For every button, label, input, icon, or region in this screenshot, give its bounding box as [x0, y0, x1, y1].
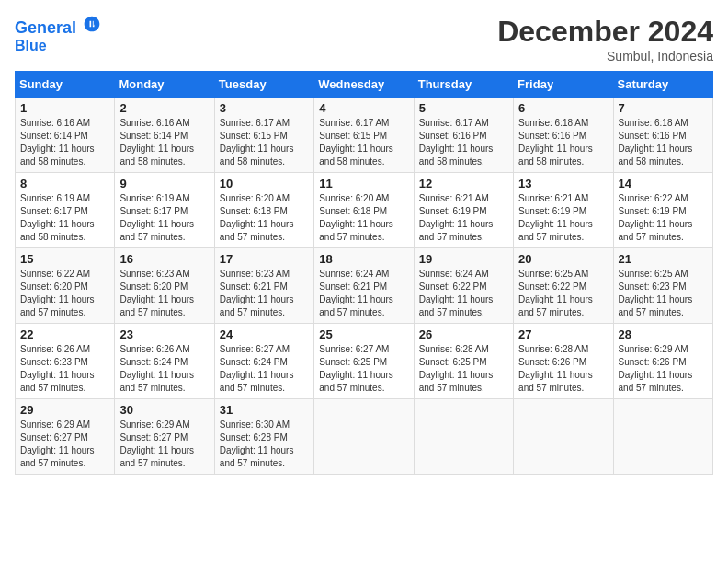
day-number: 2	[119, 101, 209, 115]
header-sunday: Sunday	[16, 72, 115, 98]
day-number: 19	[419, 252, 508, 266]
calendar-empty-cell	[314, 399, 414, 475]
calendar-day-3: 3Sunrise: 6:17 AMSunset: 6:15 PMDaylight…	[214, 98, 313, 173]
calendar-day-4: 4Sunrise: 6:17 AMSunset: 6:15 PMDaylight…	[314, 98, 414, 173]
day-number: 1	[20, 101, 109, 115]
calendar-day-9: 9Sunrise: 6:19 AMSunset: 6:17 PMDaylight…	[115, 173, 214, 248]
calendar-empty-cell	[514, 399, 613, 475]
day-info: Sunrise: 6:28 AMSunset: 6:26 PMDaylight:…	[518, 343, 608, 395]
header-thursday: Thursday	[414, 72, 513, 98]
day-number: 22	[20, 327, 109, 341]
day-number: 20	[518, 252, 608, 266]
day-info: Sunrise: 6:21 AMSunset: 6:19 PMDaylight:…	[518, 192, 608, 244]
day-info: Sunrise: 6:29 AMSunset: 6:27 PMDaylight:…	[20, 419, 109, 470]
calendar-day-18: 18Sunrise: 6:24 AMSunset: 6:21 PMDayligh…	[314, 248, 414, 324]
calendar-week-row: 1Sunrise: 6:16 AMSunset: 6:14 PMDaylight…	[16, 98, 713, 173]
day-number: 5	[419, 101, 508, 115]
calendar-day-6: 6Sunrise: 6:18 AMSunset: 6:16 PMDaylight…	[514, 98, 613, 173]
day-number: 3	[220, 101, 309, 115]
title-area: December 2024 Sumbul, Indonesia	[497, 15, 713, 63]
calendar-day-19: 19Sunrise: 6:24 AMSunset: 6:22 PMDayligh…	[414, 248, 513, 324]
calendar-day-17: 17Sunrise: 6:23 AMSunset: 6:21 PMDayligh…	[214, 248, 313, 324]
calendar-day-14: 14Sunrise: 6:22 AMSunset: 6:19 PMDayligh…	[613, 173, 712, 248]
day-number: 13	[518, 177, 608, 190]
calendar-day-10: 10Sunrise: 6:20 AMSunset: 6:18 PMDayligh…	[214, 173, 313, 248]
day-info: Sunrise: 6:18 AMSunset: 6:16 PMDaylight:…	[518, 117, 608, 168]
day-info: Sunrise: 6:16 AMSunset: 6:14 PMDaylight:…	[20, 117, 109, 168]
calendar-day-7: 7Sunrise: 6:18 AMSunset: 6:16 PMDaylight…	[613, 98, 712, 173]
header-wednesday: Wednesday	[314, 72, 414, 98]
day-info: Sunrise: 6:28 AMSunset: 6:25 PMDaylight:…	[419, 343, 508, 395]
day-info: Sunrise: 6:25 AMSunset: 6:22 PMDaylight:…	[518, 268, 608, 319]
day-info: Sunrise: 6:16 AMSunset: 6:14 PMDaylight:…	[119, 117, 209, 168]
header-tuesday: Tuesday	[214, 72, 313, 98]
calendar-day-26: 26Sunrise: 6:28 AMSunset: 6:25 PMDayligh…	[414, 324, 513, 399]
day-info: Sunrise: 6:27 AMSunset: 6:25 PMDaylight:…	[319, 343, 408, 395]
calendar-day-31: 31Sunrise: 6:30 AMSunset: 6:28 PMDayligh…	[214, 399, 313, 475]
day-info: Sunrise: 6:19 AMSunset: 6:17 PMDaylight:…	[20, 192, 109, 244]
calendar-week-row: 8Sunrise: 6:19 AMSunset: 6:17 PMDaylight…	[16, 173, 713, 248]
day-info: Sunrise: 6:26 AMSunset: 6:23 PMDaylight:…	[20, 343, 109, 395]
logo-text: General	[15, 15, 101, 38]
day-number: 21	[619, 252, 708, 266]
day-number: 25	[319, 327, 408, 341]
calendar-day-21: 21Sunrise: 6:25 AMSunset: 6:23 PMDayligh…	[613, 248, 712, 324]
calendar-day-11: 11Sunrise: 6:20 AMSunset: 6:18 PMDayligh…	[314, 173, 414, 248]
day-info: Sunrise: 6:17 AMSunset: 6:15 PMDaylight:…	[319, 117, 408, 168]
calendar-day-27: 27Sunrise: 6:28 AMSunset: 6:26 PMDayligh…	[514, 324, 613, 399]
calendar-day-13: 13Sunrise: 6:21 AMSunset: 6:19 PMDayligh…	[514, 173, 613, 248]
logo-text-blue: Blue	[15, 38, 101, 54]
day-number: 24	[220, 327, 309, 341]
day-number: 27	[518, 327, 608, 341]
calendar-day-15: 15Sunrise: 6:22 AMSunset: 6:20 PMDayligh…	[16, 248, 115, 324]
day-info: Sunrise: 6:24 AMSunset: 6:22 PMDaylight:…	[419, 268, 508, 319]
calendar-week-row: 29Sunrise: 6:29 AMSunset: 6:27 PMDayligh…	[16, 399, 713, 475]
day-number: 30	[119, 403, 209, 417]
day-info: Sunrise: 6:29 AMSunset: 6:26 PMDaylight:…	[619, 343, 708, 395]
day-info: Sunrise: 6:18 AMSunset: 6:16 PMDaylight:…	[619, 117, 708, 168]
calendar-day-24: 24Sunrise: 6:27 AMSunset: 6:24 PMDayligh…	[214, 324, 313, 399]
calendar-empty-cell	[613, 399, 712, 475]
day-number: 28	[619, 327, 708, 341]
day-info: Sunrise: 6:22 AMSunset: 6:19 PMDaylight:…	[619, 192, 708, 244]
calendar-header-row: SundayMondayTuesdayWednesdayThursdayFrid…	[16, 72, 713, 98]
calendar-day-28: 28Sunrise: 6:29 AMSunset: 6:26 PMDayligh…	[613, 324, 712, 399]
logo-icon	[83, 15, 101, 33]
day-number: 8	[20, 177, 109, 190]
day-number: 26	[419, 327, 508, 341]
day-number: 18	[319, 252, 408, 266]
day-number: 12	[419, 177, 508, 190]
day-info: Sunrise: 6:20 AMSunset: 6:18 PMDaylight:…	[319, 192, 408, 244]
day-info: Sunrise: 6:20 AMSunset: 6:18 PMDaylight:…	[220, 192, 309, 244]
location-subtitle: Sumbul, Indonesia	[497, 49, 713, 63]
calendar-day-2: 2Sunrise: 6:16 AMSunset: 6:14 PMDaylight…	[115, 98, 214, 173]
calendar-day-22: 22Sunrise: 6:26 AMSunset: 6:23 PMDayligh…	[16, 324, 115, 399]
calendar-day-12: 12Sunrise: 6:21 AMSunset: 6:19 PMDayligh…	[414, 173, 513, 248]
calendar-day-25: 25Sunrise: 6:27 AMSunset: 6:25 PMDayligh…	[314, 324, 414, 399]
day-info: Sunrise: 6:17 AMSunset: 6:16 PMDaylight:…	[419, 117, 508, 168]
day-info: Sunrise: 6:27 AMSunset: 6:24 PMDaylight:…	[220, 343, 309, 395]
calendar-day-20: 20Sunrise: 6:25 AMSunset: 6:22 PMDayligh…	[514, 248, 613, 324]
header-monday: Monday	[115, 72, 214, 98]
calendar-week-row: 15Sunrise: 6:22 AMSunset: 6:20 PMDayligh…	[16, 248, 713, 324]
calendar-day-16: 16Sunrise: 6:23 AMSunset: 6:20 PMDayligh…	[115, 248, 214, 324]
day-info: Sunrise: 6:21 AMSunset: 6:19 PMDaylight:…	[419, 192, 508, 244]
calendar-table: SundayMondayTuesdayWednesdayThursdayFrid…	[15, 71, 713, 475]
day-info: Sunrise: 6:25 AMSunset: 6:23 PMDaylight:…	[619, 268, 708, 319]
day-info: Sunrise: 6:26 AMSunset: 6:24 PMDaylight:…	[119, 343, 209, 395]
calendar-day-30: 30Sunrise: 6:29 AMSunset: 6:27 PMDayligh…	[115, 399, 214, 475]
calendar-day-29: 29Sunrise: 6:29 AMSunset: 6:27 PMDayligh…	[16, 399, 115, 475]
day-info: Sunrise: 6:23 AMSunset: 6:20 PMDaylight:…	[119, 268, 209, 319]
day-info: Sunrise: 6:19 AMSunset: 6:17 PMDaylight:…	[119, 192, 209, 244]
day-info: Sunrise: 6:23 AMSunset: 6:21 PMDaylight:…	[220, 268, 309, 319]
calendar-day-5: 5Sunrise: 6:17 AMSunset: 6:16 PMDaylight…	[414, 98, 513, 173]
day-number: 10	[220, 177, 309, 190]
page-header: General Blue December 2024 Sumbul, Indon…	[15, 15, 713, 63]
day-info: Sunrise: 6:30 AMSunset: 6:28 PMDaylight:…	[220, 419, 309, 470]
month-title: December 2024	[497, 15, 713, 49]
header-friday: Friday	[514, 72, 613, 98]
day-info: Sunrise: 6:17 AMSunset: 6:15 PMDaylight:…	[220, 117, 309, 168]
day-number: 9	[119, 177, 209, 190]
day-number: 15	[20, 252, 109, 266]
calendar-day-23: 23Sunrise: 6:26 AMSunset: 6:24 PMDayligh…	[115, 324, 214, 399]
